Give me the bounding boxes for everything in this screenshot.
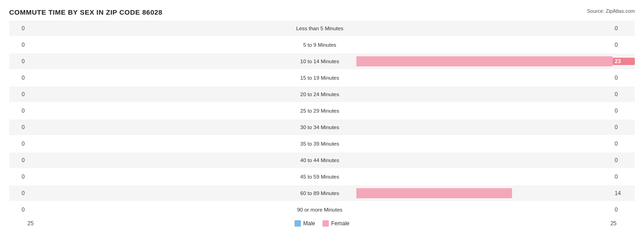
legend-female: Female bbox=[322, 220, 349, 227]
source-text: Source: ZipAtlas.com bbox=[587, 8, 635, 14]
male-side-60-to-89 bbox=[27, 185, 283, 201]
bars-area: 0Less than 5 Minutes005 to 9 Minutes0010… bbox=[9, 21, 635, 217]
female-side-35-to-39 bbox=[356, 136, 612, 152]
axis-left: 25 bbox=[27, 220, 33, 227]
bar-inner-20-to-24: 20 to 24 Minutes bbox=[27, 87, 612, 102]
bar-row-20-to-24: 020 to 24 Minutes0 bbox=[9, 87, 635, 102]
right-val-60-to-89: 14 bbox=[612, 190, 635, 196]
female-side-25-to-29 bbox=[356, 103, 612, 119]
bar-row-90-or-more: 090 or more Minutes0 bbox=[9, 202, 635, 217]
legend-male-box bbox=[295, 220, 301, 227]
bar-label-5-to-9: 5 to 9 Minutes bbox=[283, 42, 356, 48]
axis-right: 25 bbox=[611, 220, 617, 227]
bar-inner-10-to-14: 10 to 14 Minutes bbox=[27, 54, 612, 69]
bar-label-90-or-more: 90 or more Minutes bbox=[283, 207, 356, 212]
bar-center-25-to-29: 25 to 29 Minutes bbox=[27, 103, 612, 119]
bar-center-40-to-44: 40 to 44 Minutes bbox=[27, 152, 612, 168]
bar-row-60-to-89: 060 to 89 Minutes14 bbox=[9, 185, 635, 201]
female-side-90-or-more bbox=[356, 202, 612, 217]
bar-inner-35-to-39: 35 to 39 Minutes bbox=[27, 136, 612, 152]
female-side-40-to-44 bbox=[356, 152, 612, 168]
chart-title: COMMUTE TIME BY SEX IN ZIP CODE 86028 bbox=[9, 8, 163, 16]
male-side-less-than-5 bbox=[27, 21, 283, 36]
right-val-40-to-44: 0 bbox=[612, 157, 635, 163]
legend: Male Female bbox=[295, 220, 349, 227]
left-val-5-to-9: 0 bbox=[9, 42, 27, 48]
title-row: COMMUTE TIME BY SEX IN ZIP CODE 86028 So… bbox=[9, 8, 635, 16]
bar-inner-30-to-34: 30 to 34 Minutes bbox=[27, 120, 612, 135]
chart-container: COMMUTE TIME BY SEX IN ZIP CODE 86028 So… bbox=[0, 0, 644, 239]
male-side-45-to-59 bbox=[27, 169, 283, 185]
left-val-30-to-34: 0 bbox=[9, 124, 27, 130]
bar-label-15-to-19: 15 to 19 Minutes bbox=[283, 75, 356, 81]
bar-row-45-to-59: 045 to 59 Minutes0 bbox=[9, 169, 635, 185]
right-val-15-to-19: 0 bbox=[612, 75, 635, 81]
bar-label-40-to-44: 40 to 44 Minutes bbox=[283, 158, 356, 163]
bar-label-30-to-34: 30 to 34 Minutes bbox=[283, 125, 356, 130]
female-side-10-to-14 bbox=[356, 54, 612, 69]
legend-female-box bbox=[322, 220, 329, 227]
legend-male-label: Male bbox=[303, 220, 315, 227]
bar-center-60-to-89: 60 to 89 Minutes bbox=[27, 185, 612, 201]
male-side-10-to-14 bbox=[27, 54, 283, 69]
bar-inner-less-than-5: Less than 5 Minutes bbox=[27, 21, 612, 36]
bar-row-15-to-19: 015 to 19 Minutes0 bbox=[9, 70, 635, 86]
bar-label-less-than-5: Less than 5 Minutes bbox=[283, 26, 356, 31]
bar-inner-5-to-9: 5 to 9 Minutes bbox=[27, 37, 612, 53]
left-val-90-or-more: 0 bbox=[9, 206, 27, 213]
right-val-90-or-more: 0 bbox=[612, 206, 635, 213]
bar-inner-25-to-29: 25 to 29 Minutes bbox=[27, 103, 612, 119]
right-val-45-to-59: 0 bbox=[612, 174, 635, 180]
legend-female-label: Female bbox=[331, 220, 349, 227]
bar-center-15-to-19: 15 to 19 Minutes bbox=[27, 70, 612, 86]
bar-center-30-to-34: 30 to 34 Minutes bbox=[27, 120, 612, 135]
bar-inner-90-or-more: 90 or more Minutes bbox=[27, 202, 612, 217]
bar-inner-60-to-89: 60 to 89 Minutes bbox=[27, 185, 612, 201]
right-val-less-than-5: 0 bbox=[612, 25, 635, 32]
left-val-25-to-29: 0 bbox=[9, 108, 27, 114]
left-val-60-to-89: 0 bbox=[9, 190, 27, 196]
female-side-30-to-34 bbox=[356, 120, 612, 135]
female-side-5-to-9 bbox=[356, 37, 612, 53]
male-side-15-to-19 bbox=[27, 70, 283, 86]
left-val-15-to-19: 0 bbox=[9, 75, 27, 81]
bar-label-35-to-39: 35 to 39 Minutes bbox=[283, 141, 356, 147]
left-val-40-to-44: 0 bbox=[9, 157, 27, 163]
right-val-30-to-34: 0 bbox=[612, 124, 635, 130]
bar-label-60-to-89: 60 to 89 Minutes bbox=[283, 190, 356, 196]
bar-row-5-to-9: 05 to 9 Minutes0 bbox=[9, 37, 635, 53]
left-val-10-to-14: 0 bbox=[9, 58, 27, 65]
bar-row-less-than-5: 0Less than 5 Minutes0 bbox=[9, 21, 635, 36]
bar-center-20-to-24: 20 to 24 Minutes bbox=[27, 87, 612, 102]
right-val-35-to-39: 0 bbox=[612, 141, 635, 147]
bar-label-20-to-24: 20 to 24 Minutes bbox=[283, 92, 356, 97]
bar-center-10-to-14: 10 to 14 Minutes bbox=[27, 54, 612, 69]
male-side-30-to-34 bbox=[27, 120, 283, 135]
bar-inner-40-to-44: 40 to 44 Minutes bbox=[27, 152, 612, 168]
right-val-25-to-29: 0 bbox=[612, 108, 635, 114]
right-val-10-to-14: 23 bbox=[612, 58, 635, 65]
bar-center-45-to-59: 45 to 59 Minutes bbox=[27, 169, 612, 185]
male-side-5-to-9 bbox=[27, 37, 283, 53]
female-side-15-to-19 bbox=[356, 70, 612, 86]
bar-inner-15-to-19: 15 to 19 Minutes bbox=[27, 70, 612, 86]
bar-row-10-to-14: 010 to 14 Minutes23 bbox=[9, 54, 635, 69]
bar-label-25-to-29: 25 to 29 Minutes bbox=[283, 108, 356, 114]
male-side-20-to-24 bbox=[27, 87, 283, 102]
male-side-90-or-more bbox=[27, 202, 283, 217]
bar-row-25-to-29: 025 to 29 Minutes0 bbox=[9, 103, 635, 119]
female-side-20-to-24 bbox=[356, 87, 612, 102]
right-val-20-to-24: 0 bbox=[612, 91, 635, 98]
left-val-35-to-39: 0 bbox=[9, 141, 27, 147]
legend-male: Male bbox=[295, 220, 315, 227]
female-bar-10-to-14 bbox=[356, 56, 613, 66]
male-side-25-to-29 bbox=[27, 103, 283, 119]
bar-label-45-to-59: 45 to 59 Minutes bbox=[283, 174, 356, 179]
left-val-20-to-24: 0 bbox=[9, 91, 27, 98]
left-val-45-to-59: 0 bbox=[9, 174, 27, 180]
bar-center-35-to-39: 35 to 39 Minutes bbox=[27, 136, 612, 152]
bar-center-5-to-9: 5 to 9 Minutes bbox=[27, 37, 612, 53]
bar-row-35-to-39: 035 to 39 Minutes0 bbox=[9, 136, 635, 152]
bar-center-less-than-5: Less than 5 Minutes bbox=[27, 21, 612, 36]
bar-row-40-to-44: 040 to 44 Minutes0 bbox=[9, 152, 635, 168]
